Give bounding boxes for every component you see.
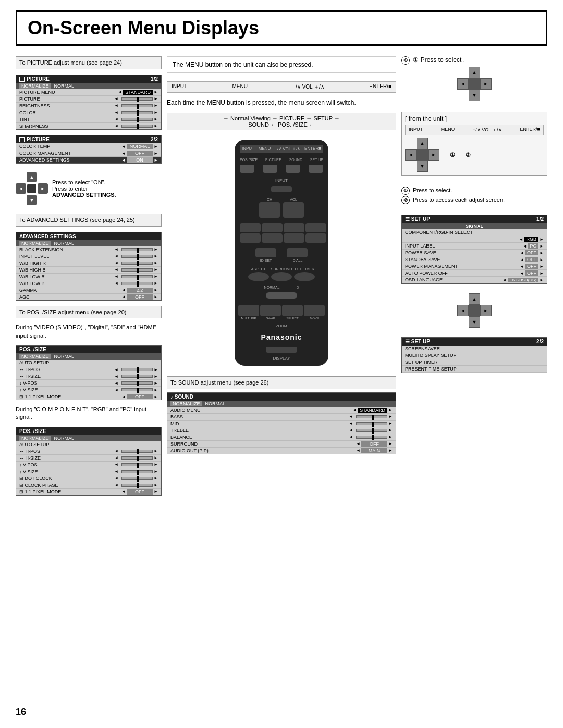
arrow-right-icon[interactable]: ► [154, 374, 158, 379]
arrow-right-icon[interactable]: ► [154, 476, 158, 480]
arrow-right-icon[interactable]: ► [154, 144, 158, 149]
arrow-right-icon[interactable]: ► [388, 421, 393, 426]
arrow-right-icon[interactable]: ► [540, 271, 544, 276]
arrow-left-icon[interactable]: ◄ [114, 96, 118, 101]
arrow-left-icon[interactable]: ◄ [121, 489, 126, 494]
dpad-down[interactable]: ▼ [27, 195, 37, 205]
arrow-right-icon[interactable]: ► [154, 483, 158, 487]
remote-num-btn-5[interactable] [240, 233, 261, 243]
arrow-left-icon[interactable]: ◄ [114, 381, 118, 386]
arrow-right-icon[interactable]: ► [154, 110, 158, 115]
arrow-left-icon[interactable]: ◄ [114, 449, 118, 453]
arrow-right-icon[interactable]: ► [388, 428, 393, 433]
unit-dpad-left[interactable]: ◄ [405, 149, 417, 161]
setup-dpad-right[interactable]: ► [480, 305, 492, 316]
arrow-left-icon[interactable]: ◄ [114, 117, 118, 121]
arrow-right-icon[interactable]: ► [154, 124, 158, 128]
unit-dpad-center[interactable] [417, 149, 428, 161]
arrow-left-icon[interactable]: ◄ [523, 244, 527, 249]
remote-sound-btn[interactable] [286, 165, 300, 173]
arrow-left-icon[interactable]: ◄ [114, 254, 118, 258]
dpad-left[interactable]: ◄ [16, 183, 26, 194]
remote-slider[interactable] [266, 292, 297, 299]
arrow-left-icon[interactable]: ◄ [118, 90, 122, 94]
arrow-left-icon[interactable]: ◄ [520, 257, 524, 262]
arrow-left-icon[interactable]: ◄ [114, 261, 118, 265]
arrow-right-icon[interactable]: ► [154, 158, 158, 163]
remote-num-btn-3[interactable] [284, 223, 304, 232]
arrow-left-icon[interactable]: ◄ [114, 469, 118, 474]
remote-num-btn-4[interactable] [305, 223, 326, 232]
arrow-right-icon[interactable]: ► [154, 96, 158, 101]
right-dpad-left[interactable]: ◄ [457, 78, 469, 90]
dpad-center[interactable] [27, 184, 36, 193]
arrow-right-icon[interactable]: ► [540, 251, 544, 255]
arrow-left-icon[interactable]: ◄ [121, 151, 126, 156]
arrow-right-icon[interactable]: ► [154, 261, 158, 265]
arrow-right-icon[interactable]: ► [154, 469, 158, 474]
arrow-left-icon[interactable]: ◄ [114, 124, 118, 128]
setup-dpad-left[interactable]: ◄ [457, 305, 469, 316]
arrow-right-icon[interactable]: ► [154, 394, 158, 399]
arrow-right-icon[interactable]: ► [388, 435, 393, 439]
arrow-left-icon[interactable]: ◄ [114, 274, 118, 279]
remote-picture-btn[interactable] [263, 165, 277, 173]
right-dpad-down[interactable]: ▼ [469, 90, 480, 101]
right-dpad-right[interactable]: ► [480, 78, 492, 90]
arrow-left-icon[interactable]: ◄ [121, 144, 126, 149]
unit-dpad-up[interactable]: ▲ [417, 138, 428, 149]
arrow-left-icon[interactable]: ◄ [121, 158, 126, 163]
arrow-right-icon[interactable]: ► [540, 264, 544, 269]
arrow-left-icon[interactable]: ◄ [114, 455, 118, 460]
arrow-right-icon[interactable]: ► [154, 288, 158, 292]
arrow-right-icon[interactable]: ► [154, 151, 158, 156]
remote-vol-btn[interactable] [283, 202, 304, 218]
arrow-right-icon[interactable]: ► [154, 462, 158, 467]
setup-dpad-up[interactable]: ▲ [469, 293, 480, 305]
arrow-right-icon[interactable]: ► [388, 448, 393, 453]
arrow-right-icon[interactable]: ► [540, 244, 544, 249]
arrow-right-icon[interactable]: ► [154, 90, 158, 94]
arrow-right-icon[interactable]: ► [154, 388, 158, 392]
dpad-right[interactable]: ► [38, 183, 48, 194]
dpad-up[interactable]: ▲ [27, 172, 37, 182]
remote-select-btn[interactable] [282, 305, 303, 316]
setup-dpad-down[interactable]: ▼ [469, 316, 480, 328]
remote-num-btn-2[interactable] [262, 223, 283, 232]
setup-dpad-center[interactable] [469, 305, 480, 316]
arrow-left-icon[interactable]: ◄ [121, 294, 126, 299]
arrow-right-icon[interactable]: ► [154, 367, 158, 372]
remote-num-btn-6[interactable] [262, 233, 283, 243]
arrow-left-icon[interactable]: ◄ [503, 278, 507, 282]
arrow-right-icon[interactable]: ► [154, 281, 158, 286]
arrow-left-icon[interactable]: ◄ [520, 264, 524, 269]
arrow-left-icon[interactable]: ◄ [114, 388, 118, 392]
arrow-left-icon[interactable]: ◄ [356, 441, 360, 446]
arrow-right-icon[interactable]: ► [540, 237, 544, 242]
arrow-left-icon[interactable]: ◄ [520, 251, 524, 255]
arrow-right-icon[interactable]: ► [154, 267, 158, 272]
remote-surround-btn[interactable] [271, 272, 292, 281]
arrow-left-icon[interactable]: ◄ [349, 414, 353, 419]
arrow-right-icon[interactable]: ► [154, 254, 158, 258]
arrow-right-icon[interactable]: ► [540, 257, 544, 262]
remote-off-timer-btn[interactable] [294, 272, 315, 281]
arrow-right-icon[interactable]: ► [388, 408, 393, 412]
unit-dpad-down[interactable]: ▼ [417, 161, 428, 172]
remote-ch-btn[interactable] [259, 202, 280, 218]
remote-aspect-btn[interactable] [248, 272, 269, 281]
remote-move-btn[interactable] [304, 305, 325, 316]
arrow-right-icon[interactable]: ► [388, 414, 393, 419]
remote-display-btn[interactable] [266, 347, 297, 353]
arrow-left-icon[interactable]: ◄ [114, 374, 118, 379]
arrow-right-icon[interactable]: ► [154, 247, 158, 252]
arrow-right-icon[interactable]: ► [154, 455, 158, 460]
arrow-left-icon[interactable]: ◄ [519, 237, 523, 242]
arrow-left-icon[interactable]: ◄ [114, 483, 118, 487]
remote-input-btn[interactable] [271, 186, 292, 192]
arrow-left-icon[interactable]: ◄ [114, 281, 118, 286]
remote-swap-btn[interactable] [260, 305, 281, 316]
arrow-left-icon[interactable]: ◄ [349, 435, 353, 439]
arrow-right-icon[interactable]: ► [540, 278, 544, 282]
arrow-left-icon[interactable]: ◄ [349, 428, 353, 433]
